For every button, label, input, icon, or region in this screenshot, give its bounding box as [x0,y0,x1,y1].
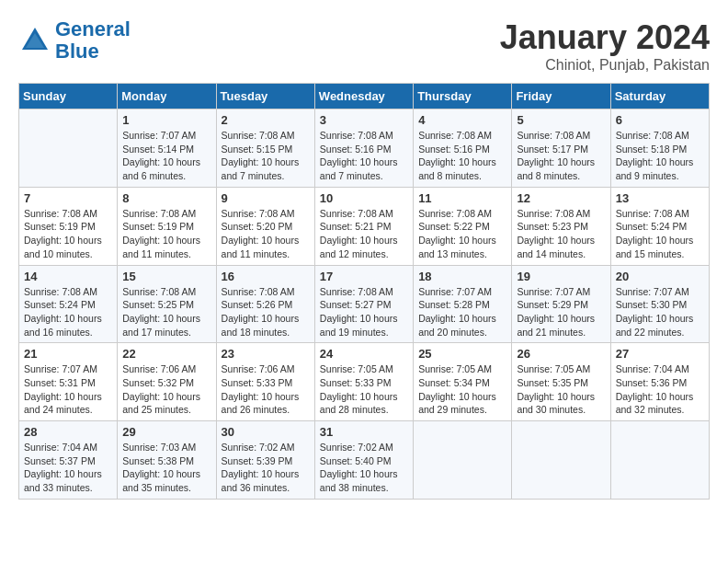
day-info: Sunrise: 7:08 AM Sunset: 5:25 PM Dayligh… [122,285,210,339]
day-info: Sunrise: 7:08 AM Sunset: 5:16 PM Dayligh… [418,129,506,183]
day-info: Sunrise: 7:03 AM Sunset: 5:38 PM Dayligh… [122,441,210,495]
month-title: January 2024 [500,18,710,57]
column-header-thursday: Thursday [414,84,512,109]
day-number: 5 [517,113,605,127]
day-info: Sunrise: 7:05 AM Sunset: 5:35 PM Dayligh… [517,362,605,417]
day-cell: 25Sunrise: 7:05 AM Sunset: 5:34 PM Dayli… [414,343,512,421]
day-number: 30 [222,425,310,439]
day-info: Sunrise: 7:08 AM Sunset: 5:19 PM Dayligh… [122,207,210,261]
day-info: Sunrise: 7:08 AM Sunset: 5:24 PM Dayligh… [24,285,112,339]
day-info: Sunrise: 7:08 AM Sunset: 5:15 PM Dayligh… [222,129,310,183]
day-number: 1 [122,113,210,127]
day-info: Sunrise: 7:08 AM Sunset: 5:22 PM Dayligh… [418,207,506,261]
logo: General Blue [18,18,131,63]
day-cell [512,421,610,500]
week-row-2: 7Sunrise: 7:08 AM Sunset: 5:19 PM Daylig… [19,187,710,265]
day-cell: 5Sunrise: 7:08 AM Sunset: 5:17 PM Daylig… [512,109,610,188]
day-number: 11 [418,191,506,205]
day-number: 28 [24,425,112,439]
day-cell: 10Sunrise: 7:08 AM Sunset: 5:21 PM Dayli… [314,187,413,265]
day-number: 13 [616,191,704,205]
calendar-table: SundayMondayTuesdayWednesdayThursdayFrid… [18,83,710,500]
day-number: 12 [517,191,605,205]
day-info: Sunrise: 7:07 AM Sunset: 5:30 PM Dayligh… [616,285,704,339]
column-header-monday: Monday [118,84,216,109]
day-info: Sunrise: 7:08 AM Sunset: 5:18 PM Dayligh… [616,129,704,183]
day-info: Sunrise: 7:07 AM Sunset: 5:14 PM Dayligh… [122,129,210,183]
day-cell: 15Sunrise: 7:08 AM Sunset: 5:25 PM Dayli… [118,265,216,343]
column-header-friday: Friday [512,84,610,109]
day-cell: 26Sunrise: 7:05 AM Sunset: 5:35 PM Dayli… [512,343,610,421]
column-header-tuesday: Tuesday [216,84,314,109]
week-row-4: 21Sunrise: 7:07 AM Sunset: 5:31 PM Dayli… [19,343,710,421]
day-number: 18 [418,270,506,283]
day-cell: 1Sunrise: 7:07 AM Sunset: 5:14 PM Daylig… [118,109,216,188]
day-cell: 14Sunrise: 7:08 AM Sunset: 5:24 PM Dayli… [19,265,118,343]
day-cell: 18Sunrise: 7:07 AM Sunset: 5:28 PM Dayli… [414,265,512,343]
day-cell: 13Sunrise: 7:08 AM Sunset: 5:24 PM Dayli… [610,187,709,265]
day-info: Sunrise: 7:07 AM Sunset: 5:31 PM Dayligh… [24,362,112,417]
day-cell: 7Sunrise: 7:08 AM Sunset: 5:19 PM Daylig… [19,187,118,265]
day-cell: 28Sunrise: 7:04 AM Sunset: 5:37 PM Dayli… [19,421,118,500]
day-number: 4 [418,113,506,127]
day-cell [610,421,709,500]
title-area: January 2024 Chiniot, Punjab, Pakistan [500,18,710,74]
header-row: SundayMondayTuesdayWednesdayThursdayFrid… [19,84,710,109]
day-number: 31 [320,425,408,439]
day-info: Sunrise: 7:06 AM Sunset: 5:33 PM Dayligh… [222,362,310,417]
day-cell: 16Sunrise: 7:08 AM Sunset: 5:26 PM Dayli… [216,265,314,343]
day-info: Sunrise: 7:08 AM Sunset: 5:26 PM Dayligh… [222,285,310,339]
logo-line1: General [55,17,131,40]
day-info: Sunrise: 7:08 AM Sunset: 5:23 PM Dayligh… [517,207,605,261]
day-info: Sunrise: 7:08 AM Sunset: 5:27 PM Dayligh… [320,285,408,339]
day-number: 6 [616,113,704,127]
day-info: Sunrise: 7:06 AM Sunset: 5:32 PM Dayligh… [122,362,210,417]
day-cell: 20Sunrise: 7:07 AM Sunset: 5:30 PM Dayli… [610,265,709,343]
day-number: 29 [122,425,210,439]
day-info: Sunrise: 7:04 AM Sunset: 5:37 PM Dayligh… [24,441,112,495]
day-number: 2 [222,113,310,127]
day-cell [19,109,118,188]
day-cell: 30Sunrise: 7:02 AM Sunset: 5:39 PM Dayli… [216,421,314,500]
day-number: 24 [320,347,408,361]
day-cell: 27Sunrise: 7:04 AM Sunset: 5:36 PM Dayli… [610,343,709,421]
day-cell: 17Sunrise: 7:08 AM Sunset: 5:27 PM Dayli… [314,265,413,343]
day-number: 7 [24,191,112,205]
day-number: 19 [517,270,605,283]
day-info: Sunrise: 7:08 AM Sunset: 5:20 PM Dayligh… [222,207,310,261]
day-number: 17 [320,270,408,283]
day-number: 10 [320,191,408,205]
day-cell: 2Sunrise: 7:08 AM Sunset: 5:15 PM Daylig… [216,109,314,188]
column-header-saturday: Saturday [610,84,709,109]
day-info: Sunrise: 7:05 AM Sunset: 5:33 PM Dayligh… [320,362,408,417]
calendar-body: 1Sunrise: 7:07 AM Sunset: 5:14 PM Daylig… [19,109,710,500]
day-number: 16 [222,270,310,283]
day-number: 21 [24,347,112,361]
week-row-5: 28Sunrise: 7:04 AM Sunset: 5:37 PM Dayli… [19,421,710,500]
day-info: Sunrise: 7:07 AM Sunset: 5:29 PM Dayligh… [517,285,605,339]
day-info: Sunrise: 7:02 AM Sunset: 5:39 PM Dayligh… [222,441,310,495]
page-header: General Blue January 2024 Chiniot, Punja… [18,18,710,74]
day-number: 26 [517,347,605,361]
location-subtitle: Chiniot, Punjab, Pakistan [500,57,710,74]
day-number: 15 [122,270,210,283]
column-header-sunday: Sunday [19,84,118,109]
day-number: 23 [222,347,310,361]
day-cell: 19Sunrise: 7:07 AM Sunset: 5:29 PM Dayli… [512,265,610,343]
day-cell: 11Sunrise: 7:08 AM Sunset: 5:22 PM Dayli… [414,187,512,265]
day-cell: 12Sunrise: 7:08 AM Sunset: 5:23 PM Dayli… [512,187,610,265]
week-row-3: 14Sunrise: 7:08 AM Sunset: 5:24 PM Dayli… [19,265,710,343]
day-cell: 31Sunrise: 7:02 AM Sunset: 5:40 PM Dayli… [314,421,413,500]
day-info: Sunrise: 7:04 AM Sunset: 5:36 PM Dayligh… [616,362,704,417]
calendar-header: SundayMondayTuesdayWednesdayThursdayFrid… [19,84,710,109]
day-cell: 22Sunrise: 7:06 AM Sunset: 5:32 PM Dayli… [118,343,216,421]
day-info: Sunrise: 7:05 AM Sunset: 5:34 PM Dayligh… [418,362,506,417]
day-info: Sunrise: 7:08 AM Sunset: 5:21 PM Dayligh… [320,207,408,261]
day-cell: 24Sunrise: 7:05 AM Sunset: 5:33 PM Dayli… [314,343,413,421]
day-number: 3 [320,113,408,127]
day-cell: 4Sunrise: 7:08 AM Sunset: 5:16 PM Daylig… [414,109,512,188]
day-cell: 6Sunrise: 7:08 AM Sunset: 5:18 PM Daylig… [610,109,709,188]
day-cell: 9Sunrise: 7:08 AM Sunset: 5:20 PM Daylig… [216,187,314,265]
day-info: Sunrise: 7:08 AM Sunset: 5:16 PM Dayligh… [320,129,408,183]
day-number: 25 [418,347,506,361]
